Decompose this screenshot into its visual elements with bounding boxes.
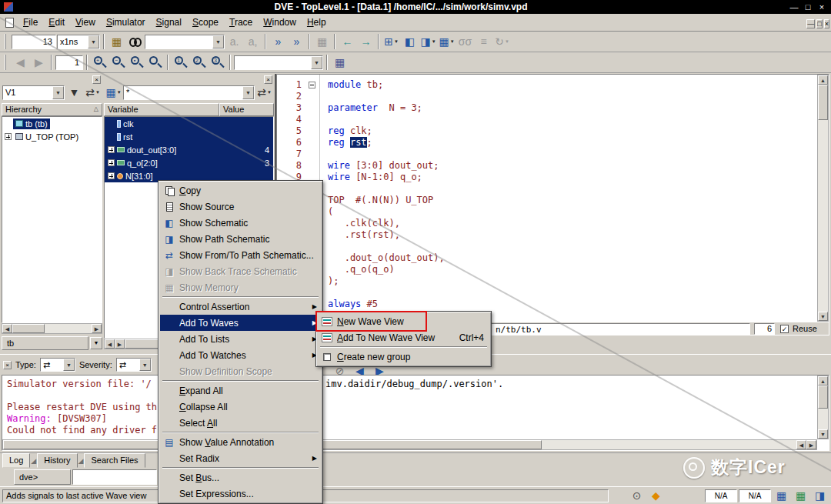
- tab-history[interactable]: History: [37, 453, 77, 468]
- stat-grid-blue-icon[interactable]: ▦: [773, 489, 790, 502]
- hierarchy-scope-combo[interactable]: V1 ▼: [2, 85, 65, 100]
- scroll-thumb[interactable]: [818, 386, 828, 409]
- menu-view[interactable]: View: [70, 15, 101, 30]
- zoom-region-icon[interactable]: [146, 54, 164, 71]
- zoom-in-icon[interactable]: +: [91, 54, 108, 71]
- menu-window[interactable]: Window: [258, 15, 302, 30]
- memory-grid-icon[interactable]: ▦: [331, 54, 349, 71]
- menu-item-set-radix[interactable]: Set Radix▶: [160, 450, 321, 466]
- variable-filter-combo[interactable]: * ▼: [123, 85, 255, 100]
- source-vscrollbar[interactable]: ▲ ▼: [817, 75, 829, 322]
- expand-icon[interactable]: [108, 172, 115, 179]
- close-icon[interactable]: ×: [264, 75, 272, 84]
- variable-view-icon[interactable]: ▦▼: [105, 84, 122, 101]
- new-window-icon[interactable]: ⊞▼: [382, 33, 400, 50]
- forward-icon[interactable]: →: [357, 33, 375, 50]
- scroll-left-icon[interactable]: ◀: [796, 440, 806, 449]
- level-field[interactable]: 1: [55, 55, 83, 70]
- source-code[interactable]: module tb;parameter N = 3;reg clk;reg rs…: [320, 75, 817, 322]
- menu-item-show-value-annotation[interactable]: ▤Show Value Annotation: [160, 434, 321, 450]
- tree-item-tb-tb[interactable]: tb (tb): [2, 117, 102, 130]
- back-icon[interactable]: ←: [339, 33, 356, 50]
- zoom-two-icon[interactable]: 2: [190, 54, 208, 71]
- mdi-restore-button[interactable]: □: [816, 19, 822, 28]
- wave-window-icon[interactable]: ▦▼: [438, 33, 456, 50]
- hierarchy-sync-icon[interactable]: ⇄▼: [84, 84, 102, 101]
- status-value-field[interactable]: N/A: [739, 489, 771, 502]
- zoom-fit-icon[interactable]: ▪: [128, 54, 145, 71]
- menu-file[interactable]: File: [18, 15, 43, 30]
- menu-item-copy[interactable]: Copy: [160, 182, 321, 199]
- menu-item-set-bus[interactable]: Set Bus...: [160, 469, 321, 486]
- variable-row-q-o-2-0[interactable]: q_o[2:0]3: [105, 156, 273, 169]
- zoom-out-icon[interactable]: −: [109, 54, 127, 71]
- menu-simulator[interactable]: Simulator: [101, 15, 151, 30]
- interrupt-icon[interactable]: ⊙: [628, 489, 646, 502]
- menu-item-show-source[interactable]: Show Source: [160, 199, 321, 215]
- expand-icon[interactable]: [5, 133, 12, 140]
- chevron-down-icon[interactable]: ▼: [212, 35, 224, 48]
- chevron-down-icon[interactable]: ▼: [63, 359, 75, 371]
- scroll-thumb[interactable]: [12, 324, 45, 333]
- chevron-down-icon[interactable]: ▼: [242, 86, 254, 99]
- variable-row-clk[interactable]: clk: [105, 117, 273, 130]
- context-combo[interactable]: ▼: [234, 55, 323, 70]
- scroll-up-icon[interactable]: ▲: [818, 376, 828, 386]
- close-icon[interactable]: ×: [92, 75, 101, 84]
- signal-grid-icon[interactable]: ▦: [108, 33, 125, 50]
- chevron-down-icon[interactable]: ▼: [88, 35, 99, 48]
- scroll-right-icon[interactable]: ▶: [806, 440, 816, 449]
- reuse-count-field[interactable]: 6: [754, 323, 775, 335]
- toolbar-handle[interactable]: [5, 34, 8, 49]
- hierarchy-header-cell[interactable]: Hierarchy △: [2, 103, 102, 116]
- menu-item-create-new-group[interactable]: Create new group: [318, 349, 489, 365]
- variable-row-dout-out-3-0[interactable]: dout_out[3:0]4: [105, 143, 273, 156]
- chevron-down-icon[interactable]: ▼: [139, 359, 151, 371]
- mdi-close-button[interactable]: ×: [824, 19, 829, 28]
- search-text-combo[interactable]: ▼: [145, 35, 225, 49]
- hierarchy-hscrollbar[interactable]: ◀ ▶: [2, 323, 102, 334]
- maximize-button[interactable]: □: [803, 1, 813, 13]
- scroll-up-icon[interactable]: ▲: [818, 75, 828, 85]
- toolbar-handle[interactable]: [5, 55, 8, 70]
- stat-grid-green-icon[interactable]: ▦: [792, 489, 809, 502]
- menu-item-show-from-to-path-schematic[interactable]: ⇄Show From/To Path Schematic...: [160, 247, 321, 263]
- variable-column-header[interactable]: Variable: [104, 103, 219, 116]
- log-hscrollbar[interactable]: ◀ ▶: [2, 439, 817, 450]
- path-schematic-icon[interactable]: ◨▼: [419, 33, 437, 50]
- menu-edit[interactable]: Edit: [43, 15, 70, 30]
- type-filter-combo[interactable]: ⇄ ▼: [40, 358, 75, 372]
- menu-item-add-to-waves[interactable]: Add To Waves▶: [160, 315, 321, 331]
- menu-help[interactable]: Help: [302, 15, 332, 30]
- minimize-button[interactable]: —: [789, 1, 799, 13]
- scroll-right-icon[interactable]: ▶: [115, 339, 125, 349]
- prompt-label[interactable]: dve>: [14, 469, 71, 485]
- menu-item-show-path-schematic[interactable]: ◨Show Path Schematic: [160, 231, 321, 247]
- close-icon[interactable]: ×: [3, 361, 12, 369]
- menu-signal[interactable]: Signal: [151, 15, 187, 30]
- prev-edge-icon[interactable]: »: [269, 33, 287, 50]
- scroll-right-icon[interactable]: ▶: [92, 324, 102, 333]
- severity-filter-combo[interactable]: ⇄ ▼: [116, 358, 152, 372]
- menu-item-expand-all[interactable]: Expand All: [160, 382, 321, 399]
- expand-icon[interactable]: [108, 146, 115, 153]
- menu-item-set-expressions[interactable]: Set Expressions...: [160, 486, 321, 502]
- mdi-minimize-button[interactable]: —: [806, 19, 815, 28]
- menu-item-select-all[interactable]: Select All: [160, 415, 321, 431]
- zoom-one-icon[interactable]: 1: [172, 54, 189, 71]
- hierarchy-history-icon[interactable]: ▼: [65, 84, 83, 101]
- value-column-header[interactable]: Value: [219, 103, 274, 116]
- tab-search-files[interactable]: Search Files: [84, 453, 145, 468]
- tab-tb[interactable]: tb: [2, 336, 88, 350]
- scroll-down-icon[interactable]: ▼: [818, 429, 828, 439]
- find-icon[interactable]: [126, 33, 144, 50]
- scroll-left-icon[interactable]: ◀: [105, 339, 115, 349]
- fold-marker-icon[interactable]: [309, 82, 315, 88]
- expand-icon[interactable]: [108, 159, 115, 166]
- scroll-track[interactable]: [12, 324, 92, 333]
- menu-trace[interactable]: Trace: [224, 15, 258, 30]
- tab-dropdown-icon[interactable]: ▼: [90, 337, 102, 349]
- menu-scope[interactable]: Scope: [187, 15, 224, 30]
- stat-split-icon[interactable]: ◨: [811, 489, 829, 502]
- tree-item-u-top-top[interactable]: U_TOP (TOP): [2, 130, 102, 143]
